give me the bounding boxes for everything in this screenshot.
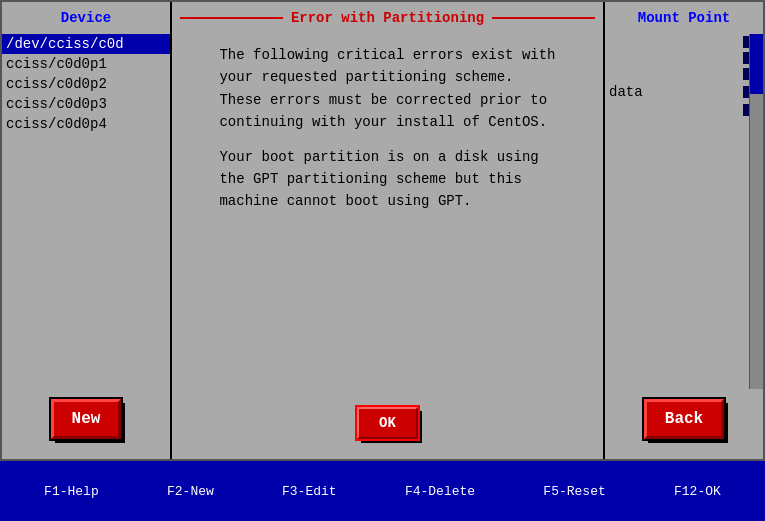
mount-item-4 xyxy=(605,102,763,118)
back-button[interactable]: Back xyxy=(644,399,724,439)
f12-key-label: F12- xyxy=(674,484,705,499)
error-title-bar: Error with Partitioning xyxy=(172,2,603,34)
f12-action-label: OK xyxy=(705,484,721,499)
device-item-3[interactable]: cciss/c0d0p3 xyxy=(2,94,170,114)
mount-item-0 xyxy=(605,34,763,50)
f4-action-label: Delete xyxy=(428,484,475,499)
mount-panel-header: Mount Point xyxy=(605,2,763,34)
func-key-f4[interactable]: F4-Delete xyxy=(405,484,475,499)
func-key-f5[interactable]: F5-Reset xyxy=(543,484,605,499)
f3-key-label: F3- xyxy=(282,484,305,499)
mount-header-label: Mount Point xyxy=(638,10,730,26)
mount-scrollbar[interactable] xyxy=(749,34,763,389)
device-item-4[interactable]: cciss/c0d0p4 xyxy=(2,114,170,134)
mount-item-1 xyxy=(605,50,763,66)
error-content: The following critical errors exist with… xyxy=(199,34,575,397)
title-bar-right xyxy=(492,17,595,19)
mount-value-3: data xyxy=(609,84,643,100)
device-item-0[interactable]: /dev/cciss/c0d xyxy=(2,34,170,54)
title-bar-left xyxy=(180,17,283,19)
function-bar: F1-Help F2-New F3-Edit F4-Delete F5-Rese… xyxy=(0,461,765,521)
func-key-f1[interactable]: F1-Help xyxy=(44,484,99,499)
back-button-area: Back xyxy=(605,389,763,449)
f5-action-label: Reset xyxy=(567,484,606,499)
f1-action-label: Help xyxy=(68,484,99,499)
error-paragraph-1: The following critical errors exist with… xyxy=(219,44,555,134)
ok-button-area: OK xyxy=(357,397,418,459)
ok-button[interactable]: OK xyxy=(357,407,418,439)
func-key-f12[interactable]: F12-OK xyxy=(674,484,721,499)
mount-list: data xyxy=(605,34,763,389)
new-button-area: New xyxy=(2,389,170,449)
mount-panel: Mount Point data xyxy=(603,2,763,459)
device-panel: Device /dev/cciss/c0d cciss/c0d0p1 cciss… xyxy=(2,2,172,459)
func-key-f3[interactable]: F3-Edit xyxy=(282,484,337,499)
mount-scrollbar-thumb[interactable] xyxy=(750,34,763,94)
f2-action-label: New xyxy=(190,484,213,499)
device-item-1[interactable]: cciss/c0d0p1 xyxy=(2,54,170,74)
device-header-label: Device xyxy=(61,10,111,26)
mount-item-2 xyxy=(605,66,763,82)
f4-key-label: F4- xyxy=(405,484,428,499)
f5-key-label: F5- xyxy=(543,484,566,499)
device-list: /dev/cciss/c0d cciss/c0d0p1 cciss/c0d0p2… xyxy=(2,34,170,389)
main-area: Device /dev/cciss/c0d cciss/c0d0p1 cciss… xyxy=(0,0,765,461)
func-key-f2[interactable]: F2-New xyxy=(167,484,214,499)
device-item-2[interactable]: cciss/c0d0p2 xyxy=(2,74,170,94)
panels-container: Device /dev/cciss/c0d cciss/c0d0p1 cciss… xyxy=(0,0,765,461)
new-button[interactable]: New xyxy=(51,399,122,439)
error-panel: Error with Partitioning The following cr… xyxy=(172,2,603,459)
mount-item-3: data xyxy=(605,82,763,102)
f3-action-label: Edit xyxy=(305,484,336,499)
error-paragraph-2: Your boot partition is on a disk using t… xyxy=(219,146,555,213)
f2-key-label: F2- xyxy=(167,484,190,499)
device-panel-header: Device xyxy=(2,2,170,34)
f1-key-label: F1- xyxy=(44,484,67,499)
error-title-text: Error with Partitioning xyxy=(291,10,484,26)
